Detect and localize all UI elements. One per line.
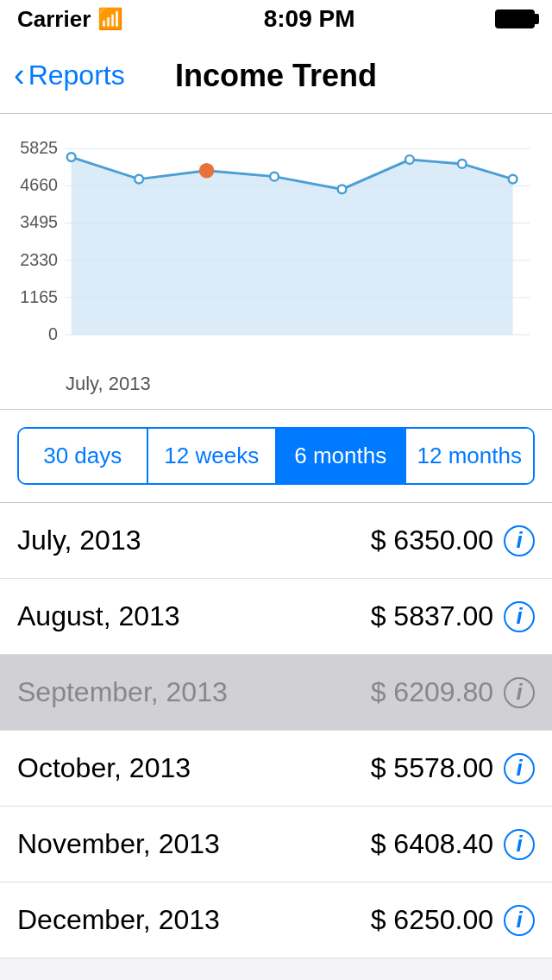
svg-point-17	[338, 185, 347, 193]
svg-text:2330: 2330	[20, 250, 58, 269]
status-bar: Carrier 📶 8:09 PM	[0, 0, 552, 38]
time-label: 8:09 PM	[264, 5, 355, 33]
svg-point-16	[270, 173, 279, 181]
row-right: $ 6209.80i	[371, 676, 535, 708]
page-title: Income Trend	[175, 58, 377, 94]
row-value: $ 6250.00	[371, 904, 493, 936]
row-label: November, 2013	[17, 828, 220, 860]
back-chevron-icon: ‹	[14, 59, 25, 91]
segment-12weeks[interactable]: 12 weeks	[148, 429, 278, 483]
svg-text:5825: 5825	[20, 138, 58, 157]
battery-icon	[495, 9, 535, 28]
chart-x-label: July, 2013	[14, 369, 538, 402]
info-button[interactable]: i	[504, 753, 535, 784]
row-label: August, 2013	[17, 600, 180, 632]
svg-point-14	[135, 175, 143, 184]
row-right: $ 6350.00i	[371, 525, 535, 556]
table-row: July, 2013$ 6350.00i	[0, 503, 552, 579]
svg-text:1165: 1165	[20, 287, 58, 306]
segment-control: 30 days 12 weeks 6 months 12 months	[0, 410, 552, 503]
info-button[interactable]: i	[504, 601, 535, 632]
svg-text:0: 0	[48, 324, 58, 343]
svg-point-18	[405, 155, 414, 164]
row-value: $ 5578.00	[371, 752, 493, 784]
info-button[interactable]: i	[504, 905, 535, 936]
wifi-icon: 📶	[97, 7, 123, 31]
row-label: July, 2013	[17, 525, 141, 556]
segment-12months[interactable]: 12 months	[406, 429, 534, 483]
row-label: October, 2013	[17, 752, 191, 784]
table-row: August, 2013$ 5837.00i	[0, 579, 552, 655]
back-label: Reports	[28, 60, 125, 91]
segment-6months[interactable]: 6 months	[277, 429, 406, 483]
data-list: July, 2013$ 6350.00iAugust, 2013$ 5837.0…	[0, 503, 552, 958]
row-value: $ 5837.00	[371, 600, 493, 632]
info-button[interactable]: i	[504, 829, 535, 860]
svg-point-20	[509, 175, 518, 184]
chart-container: 5825 4660 3495 2330 1165 0	[0, 114, 552, 410]
row-right: $ 5837.00i	[371, 600, 535, 632]
row-value: $ 6408.40	[371, 828, 493, 860]
row-right: $ 6408.40i	[371, 828, 535, 860]
row-right: $ 6250.00i	[371, 904, 535, 936]
back-button[interactable]: ‹ Reports	[14, 60, 125, 91]
svg-text:3495: 3495	[20, 212, 58, 231]
segment-30days[interactable]: 30 days	[19, 429, 148, 483]
row-value: $ 6350.00	[371, 525, 493, 556]
svg-point-15	[200, 164, 214, 178]
table-row: November, 2013$ 6408.40i	[0, 807, 552, 883]
svg-point-13	[67, 153, 76, 161]
segment-inner: 30 days 12 weeks 6 months 12 months	[17, 427, 535, 485]
row-value: $ 6209.80	[371, 676, 493, 708]
line-chart: 5825 4660 3495 2330 1165 0	[14, 128, 538, 369]
table-row: December, 2013$ 6250.00i	[0, 883, 552, 958]
row-label: September, 2013	[17, 676, 228, 708]
table-row: September, 2013$ 6209.80i	[0, 655, 552, 731]
row-right: $ 5578.00i	[371, 752, 535, 784]
chart-area: 5825 4660 3495 2330 1165 0	[14, 128, 538, 369]
info-button[interactable]: i	[504, 677, 535, 708]
table-row: October, 2013$ 5578.00i	[0, 731, 552, 807]
svg-text:4660: 4660	[20, 175, 58, 194]
carrier-label: Carrier	[17, 6, 91, 33]
row-label: December, 2013	[17, 904, 220, 936]
nav-bar: ‹ Reports Income Trend	[0, 38, 552, 114]
info-button[interactable]: i	[504, 525, 535, 556]
svg-point-19	[458, 160, 467, 168]
